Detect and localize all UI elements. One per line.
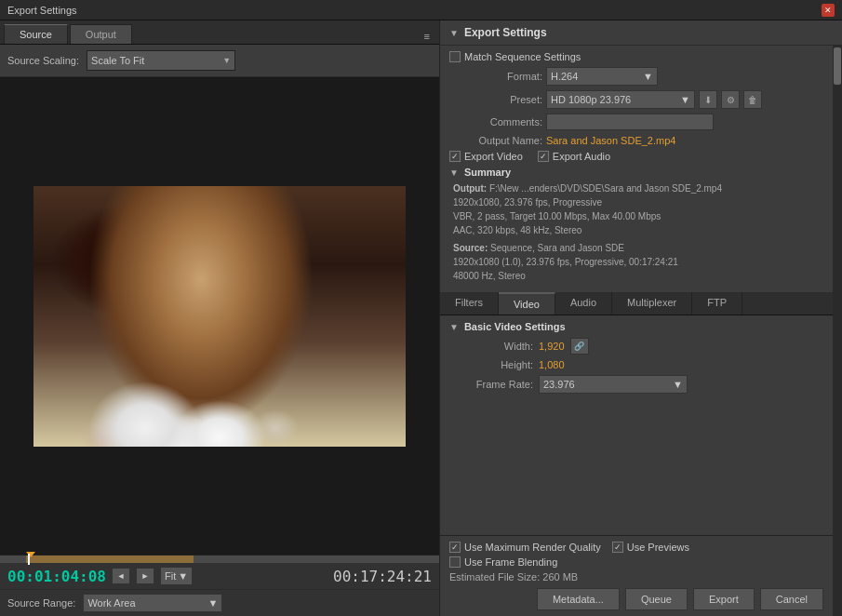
source-range-dropdown[interactable]: Work Area ▼ [83,594,222,612]
basic-video-settings: ▼ Basic Video Settings Width: 1,920 🔗 He… [440,315,833,535]
match-sequence-row: Match Sequence Settings [449,51,823,62]
summary-content: Output: F:\New ...enders\DVD\SDE\Sara an… [449,181,823,283]
format-dropdown[interactable]: H.264 ▼ [546,67,658,86]
va-tab-bar: Filters Video Audio Multiplexer FTP [440,292,833,315]
right-scrollbar[interactable] [833,46,842,616]
queue-button[interactable]: Queue [625,588,688,610]
summary-source-line: Source: Sequence, Sara and Jason SDE [453,241,820,255]
comments-input[interactable] [546,114,714,130]
zoom-fit-arrow: ▼ [178,570,188,582]
export-audio-label: Export Audio [553,151,610,162]
match-sequence-checkbox[interactable] [449,51,461,62]
scrollbar-thumb [834,47,841,85]
max-render-quality-option: ✓ Use Maximum Render Quality [449,542,601,553]
preset-dropdown-arrow-icon: ▼ [680,94,690,105]
right-scroll-container: Match Sequence Settings Format: H.264 ▼ … [440,46,842,616]
tab-filters[interactable]: Filters [440,292,499,315]
timeline-bar[interactable] [0,556,439,563]
source-range-label: Source Range: [7,597,75,609]
tab-multiplexer[interactable]: Multiplexer [612,292,692,315]
preset-label: Preset: [449,94,542,105]
transport-row: 00:01:04:08 ◄ ► Fit ▼ 00:17:24:21 [0,563,439,589]
prev-frame-button[interactable]: ◄ [112,568,130,584]
duration-timecode: 00:17:24:21 [333,568,432,585]
preset-save-button[interactable]: ⬇ [699,90,717,109]
height-value[interactable]: 1,080 [539,359,565,370]
format-label: Format: [449,71,542,82]
metadata-button[interactable]: Metadata... [537,588,620,610]
cancel-button[interactable]: Cancel [760,588,823,610]
source-range-value: Work Area [87,597,135,609]
export-collapse-arrow-icon[interactable]: ▼ [449,28,459,38]
export-video-checkbox[interactable]: ✓ [449,151,461,162]
estimated-file-size-value: 260 MB [542,571,578,583]
output-name-link[interactable]: Sara and Jason SDE_2.mp4 [546,135,675,146]
source-scaling-dropdown[interactable]: Scale To Fit ▼ [87,50,235,71]
tab-bar: Source Output ≡ [0,20,439,45]
preview-flowers [33,316,406,447]
format-value: H.264 [551,71,578,82]
use-previews-label: Use Previews [627,542,689,553]
summary-section: ▼ Summary Output: F:\New ...enders\DVD\S… [449,167,823,283]
window-title: Export Settings [7,5,77,16]
preset-controls: HD 1080p 23.976 ▼ ⬇ ⚙ 🗑 [546,90,762,109]
use-previews-option: ✓ Use Previews [612,542,689,553]
summary-collapse-arrow-icon[interactable]: ▼ [449,167,459,178]
format-row: Format: H.264 ▼ [449,67,823,86]
estimated-file-size-label: Estimated File Size: [449,571,540,583]
max-render-quality-checkbox[interactable]: ✓ [449,542,461,553]
comments-label: Comments: [449,116,542,127]
source-scaling-label: Source Scaling: [7,55,79,66]
preset-manage-button[interactable]: ⚙ [721,90,740,109]
left-panel: Source Output ≡ Source Scaling: Scale To… [0,20,440,616]
frame-blending-row: Use Frame Blending [449,556,823,568]
file-size-row: Estimated File Size: 260 MB [449,571,823,583]
timeline-yellow-region [26,556,194,563]
preset-value: HD 1080p 23.976 [551,94,631,105]
frame-rate-value: 23.976 [543,379,575,390]
summary-output-label: Output: [453,183,487,194]
frame-rate-dropdown[interactable]: 23.976 ▼ [539,375,688,394]
export-audio-checkbox[interactable]: ✓ [538,151,549,162]
summary-title: Summary [464,167,511,178]
height-label: Height: [449,359,533,370]
current-timecode: 00:01:04:08 [7,568,106,585]
preset-delete-button[interactable]: 🗑 [743,90,762,109]
bvs-collapse-arrow-icon[interactable]: ▼ [449,322,459,332]
tab-video[interactable]: Video [499,292,555,315]
tab-ftp[interactable]: FTP [692,292,742,315]
export-video-option: ✓ Export Video [449,151,523,162]
export-button[interactable]: Export [693,588,755,610]
frame-blending-checkbox[interactable] [449,556,461,568]
preset-dropdown[interactable]: HD 1080p 23.976 ▼ [546,90,695,109]
summary-header: ▼ Summary [449,167,823,178]
match-sequence-label: Match Sequence Settings [464,51,581,62]
bvs-title: Basic Video Settings [464,321,566,332]
main-container: Source Output ≡ Source Scaling: Scale To… [0,20,842,616]
source-range-arrow-icon: ▼ [208,597,219,609]
preview-area [0,77,439,555]
tab-menu-button[interactable]: ≡ [419,29,435,44]
tab-source[interactable]: Source [4,24,68,44]
tab-output[interactable]: Output [70,24,132,44]
summary-output-specs2: VBR, 2 pass, Target 10.00 Mbps, Max 40.0… [453,209,820,223]
render-options-row: ✓ Use Maximum Render Quality ✓ Use Previ… [449,542,823,553]
width-value[interactable]: 1,920 [539,341,565,352]
source-scaling-row: Source Scaling: Scale To Fit ▼ [0,45,439,77]
use-previews-checkbox[interactable]: ✓ [612,542,623,553]
right-panel-scroll: Match Sequence Settings Format: H.264 ▼ … [440,46,833,616]
right-bottom: ✓ Use Maximum Render Quality ✓ Use Previ… [440,535,833,616]
export-settings-title: Export Settings [464,26,547,39]
summary-output-specs3: AAC, 320 kbps, 48 kHz, Stereo [453,223,820,237]
close-button[interactable]: ✕ [822,4,835,17]
action-buttons: Metadata... Queue Export Cancel [449,588,823,610]
zoom-fit-dropdown[interactable]: Fit ▼ [160,567,193,585]
output-name-label: Output Name: [449,135,542,146]
link-dimensions-icon[interactable]: 🔗 [570,338,589,355]
summary-output-value: F:\New ...enders\DVD\SDE\Sara and Jason … [489,183,722,194]
next-frame-button[interactable]: ► [136,568,154,584]
summary-output-line: Output: F:\New ...enders\DVD\SDE\Sara an… [453,181,820,195]
tab-audio[interactable]: Audio [555,292,612,315]
settings-body: Match Sequence Settings Format: H.264 ▼ … [440,46,833,292]
source-scaling-value: Scale To Fit [91,55,144,66]
